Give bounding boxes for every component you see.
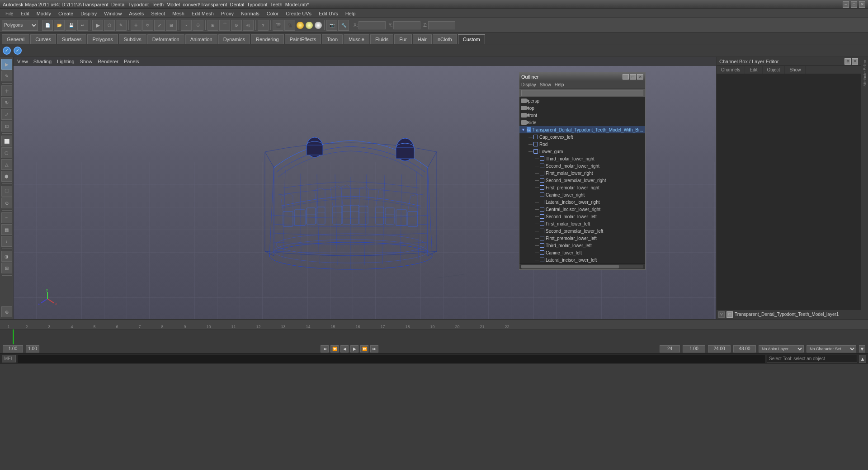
compass-icon[interactable]: ⊕ [1,306,12,317]
outliner-item-second-molar-ll[interactable]: — Second_molar_lower_left [519,213,645,220]
menu-edit-uvs[interactable]: Edit UVs [315,10,342,17]
tab-hair[interactable]: Hair [413,34,432,44]
outliner-item-second-premolar-lr[interactable]: — Second_premolar_lower_right [519,177,645,184]
sculpt-tool-button[interactable]: 〇 [1,186,12,197]
outliner-item-central-incisor-lr[interactable]: — Central_incisor_lower_right [519,206,645,213]
outliner-item-persp[interactable]: persp [519,97,645,104]
paint-select-button[interactable]: ✎ [116,20,127,31]
editor-button[interactable]: 🔧 [338,20,349,31]
render-current-button[interactable]: 🎬 [273,20,283,31]
lasso-select-button[interactable]: ⬡ [104,20,115,31]
split-poly-button[interactable]: △ [1,159,12,170]
outliner-item-first-premolar-ll[interactable]: — First_premolar_lower_left [519,235,645,242]
cb-tab-edit[interactable]: Edit [745,66,762,74]
play-back-button[interactable]: ◀ [340,345,349,352]
step-forward-button[interactable]: ⏩ [360,345,368,352]
mel-input[interactable] [18,355,765,363]
move-tool-left[interactable]: ✛ [1,85,12,96]
outliner-item-canine-ll[interactable]: — Canine_lower_left [519,249,645,256]
render-layers-button[interactable]: ▦ [1,224,12,235]
menu-file[interactable]: File [2,10,17,17]
mode-selector[interactable]: Polygons Surfaces Dynamics Rendering [2,20,38,31]
vp-menu-lighting[interactable]: Lighting [57,59,75,64]
tab-polygons[interactable]: Polygons [87,34,118,44]
menu-normals[interactable]: Normals [237,10,263,17]
playback-end-input[interactable] [660,345,680,352]
rotate-tool-button[interactable]: ↻ [142,20,153,31]
outliner-item-lateral-incisor-lr[interactable]: — Lateral_incisor_lower_right [519,198,645,206]
outliner-item-lateral-incisor-ll[interactable]: — Lateral_incisor_lower_left [519,256,645,263]
menu-modify[interactable]: Modify [33,10,55,17]
anim-start-input[interactable] [683,345,705,352]
snap-curve-button[interactable]: ⌒ [219,20,230,31]
vp-menu-show[interactable]: Show [80,59,93,64]
outliner-item-third-molar-ll[interactable]: — Third_molar_lower_left [519,242,645,249]
history-button[interactable]: ? [258,20,269,31]
tab-surfaces[interactable]: Surfaces [57,34,86,44]
outliner-item-first-molar-lr[interactable]: — First_molar_lower_right [519,169,645,177]
menu-create-uvs[interactable]: Create UVs [282,10,315,17]
menu-assets[interactable]: Assets [125,10,147,17]
menu-window[interactable]: Window [100,10,125,17]
last-tool-button[interactable]: ⊡ [1,121,12,132]
outliner-item-top[interactable]: top [519,104,645,112]
outliner-item-canine-lr[interactable]: — Canine_lower_right [519,191,645,198]
menu-edit-mesh[interactable]: Edit Mesh [188,10,217,17]
menu-mesh[interactable]: Mesh [169,10,188,17]
attr-editor-label[interactable]: Attribute Editor [863,60,867,87]
paint-select-mode-button[interactable]: ✎ [1,70,12,81]
tab-toon[interactable]: Toon [322,34,343,44]
minimize-button[interactable]: ─ [843,1,849,8]
outliner-item-cap-convex[interactable]: — Cap_convex_left [519,133,645,141]
tab-fluids[interactable]: Fluids [370,34,393,44]
coord-z-input[interactable] [428,21,455,29]
menu-edit[interactable]: Edit [17,10,33,17]
tab-fur[interactable]: Fur [394,34,412,44]
extrude-tool-button[interactable]: ⬜ [1,136,12,146]
cb-tab-show[interactable]: Show [785,66,806,74]
close-button[interactable]: ✕ [859,1,865,8]
tab-custom[interactable]: Custom [458,34,485,44]
outliner-item-side[interactable]: side [519,119,645,126]
outliner-min-button[interactable]: ─ [623,74,629,80]
vp-menu-panels[interactable]: Panels [124,59,139,64]
offset-edge-button[interactable]: ⬢ [1,171,12,182]
ol-menu-display[interactable]: Display [521,82,536,87]
snap-point-button[interactable]: ⊙ [231,20,242,31]
undo-button[interactable]: ↩ [77,20,88,31]
snap-view-button[interactable]: ◎ [243,20,254,31]
cb-tab-channels[interactable]: Channels [717,66,745,74]
outliner-item-second-molar-lr[interactable]: — Second_molar_lower_right [519,162,645,169]
tab-ncloth[interactable]: nCloth [433,34,457,44]
tab-curves[interactable]: Curves [30,34,56,44]
outliner-item-lower-gum[interactable]: — Lower_gum [519,148,645,155]
anim-end-1-input[interactable] [708,345,731,352]
tab-animation[interactable]: Animation [185,34,217,44]
save-scene-button[interactable]: 💾 [66,20,76,31]
tab-deformation[interactable]: Deformation [147,34,184,44]
current-frame-input[interactable] [26,345,39,352]
paint-weights-button[interactable]: ⊙ [1,197,12,208]
outliner-item-first-molar-ll[interactable]: — First_molar_lower_left [519,220,645,227]
scale-tool-left[interactable]: ⤢ [1,109,12,120]
display-layers-button[interactable]: ≡ [1,212,12,223]
menu-help[interactable]: Help [342,10,359,17]
char-set-select[interactable]: No Character Set [807,345,856,352]
menu-display[interactable]: Display [77,10,100,17]
quick-check-2[interactable]: ✓ [13,46,23,56]
menu-select[interactable]: Select [147,10,169,17]
tab-painteffects[interactable]: PaintEffects [285,34,321,44]
quick-check-1[interactable]: ✓ [2,46,12,56]
ol-menu-show[interactable]: Show [540,82,551,87]
open-scene-button[interactable]: 📂 [54,20,65,31]
outliner-item-second-premolar-ll[interactable]: — Second_premolar_lower_left [519,227,645,235]
move-tool-button[interactable]: ✛ [131,20,142,31]
outliner-item-third-molar-lr[interactable]: — Third_molar_lower_right [519,155,645,162]
anim-layers-button[interactable]: ♪ [1,236,12,247]
cb-tab-object[interactable]: Object [763,66,785,74]
wireframe-button[interactable]: ⊞ [1,263,12,273]
select-mode-button[interactable]: ▶ [1,59,12,70]
universal-manip-button[interactable]: ⊞ [166,20,177,31]
layer-vis-toggle[interactable]: V [718,311,725,318]
tab-muscle[interactable]: Muscle [344,34,369,44]
